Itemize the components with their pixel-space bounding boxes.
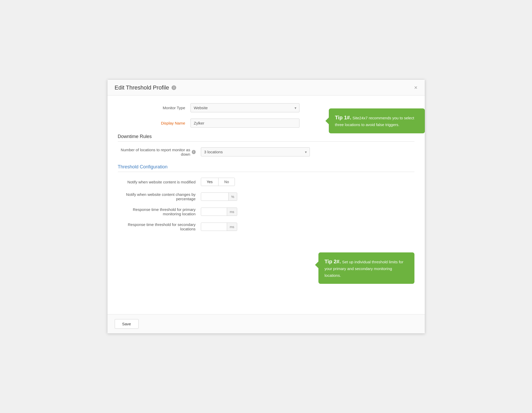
title-row: Edit Threshold Profile i [115,84,176,91]
threshold-config-section: Threshold Configuration Tip 2#. Set up i… [118,164,414,231]
notify-content-change-row: Notify when website content changes by p… [118,192,414,201]
display-name-input[interactable]: Zylker [190,119,299,128]
locations-label-text: Number of locations to report monitor as… [118,148,190,156]
dialog-footer: Save [107,314,425,333]
threshold-config-heading: Threshold Configuration [118,164,414,172]
response-primary-row: Response time threshold for primary moni… [118,207,414,216]
dialog-header: Edit Threshold Profile i × [107,80,425,95]
ms-primary-unit-label: ms [227,208,237,216]
tip1-title: Tip 1#. [335,115,351,120]
response-primary-input[interactable] [201,208,227,216]
locations-row: Number of locations to report monitor as… [118,147,414,156]
tip2-bubble: Tip 2#. Set up individual threshold limi… [318,252,414,284]
response-secondary-input[interactable] [201,223,227,231]
response-primary-label: Response time threshold for primary moni… [118,207,201,216]
display-name-label: Display Name [118,121,190,125]
locations-select[interactable]: 3 locations [201,147,310,156]
response-primary-control: ms [201,208,310,216]
title-info-icon[interactable]: i [172,85,176,90]
notify-content-change-label: Notify when website content changes by p… [118,192,201,201]
locations-control: 3 locations [201,147,310,156]
locations-label: Number of locations to report monitor as… [118,148,201,156]
ms-secondary-input-wrapper: ms [201,223,237,231]
monitor-type-select[interactable]: Website [190,103,299,112]
save-button[interactable]: Save [115,319,139,329]
locations-select-wrapper: 3 locations [201,147,310,156]
dialog-body: Tip 1#. Site24x7 recommends you to selec… [107,95,425,314]
response-secondary-control: ms [201,223,310,231]
notify-content-change-control: % [201,192,310,201]
yes-no-toggle: Yes No [201,178,235,186]
tip2-title: Tip 2#. [325,259,341,264]
yes-button[interactable]: Yes [201,178,219,186]
close-button[interactable]: × [414,85,418,91]
locations-info-icon[interactable]: i [192,150,196,154]
notify-content-modified-row: Notify when website content is modified … [118,178,414,186]
ms-secondary-unit-label: ms [227,223,237,231]
monitor-type-control: Website [190,103,299,112]
notify-content-modified-control: Yes No [201,178,310,186]
tip1-bubble: Tip 1#. Site24x7 recommends you to selec… [329,108,425,133]
percent-unit-label: % [228,193,237,201]
monitor-type-label: Monitor Type [118,106,190,110]
edit-threshold-dialog: Edit Threshold Profile i × Tip 1#. Site2… [107,79,425,334]
no-button[interactable]: No [219,178,235,186]
downtime-rules-section: Downtime Rules Number of locations to re… [118,134,414,156]
dialog-title: Edit Threshold Profile [115,84,169,91]
response-secondary-label: Response time threshold for secondary lo… [118,222,201,231]
downtime-rules-heading: Downtime Rules [118,134,414,142]
display-name-control: Zylker [190,119,299,128]
notify-content-modified-label: Notify when website content is modified [118,180,201,184]
monitor-type-select-wrapper: Website [190,103,299,112]
percent-input[interactable] [201,193,228,201]
percent-input-wrapper: % [201,192,237,201]
downtime-label-row: Number of locations to report monitor as… [118,148,196,156]
ms-primary-input-wrapper: ms [201,208,237,216]
response-secondary-row: Response time threshold for secondary lo… [118,222,414,231]
